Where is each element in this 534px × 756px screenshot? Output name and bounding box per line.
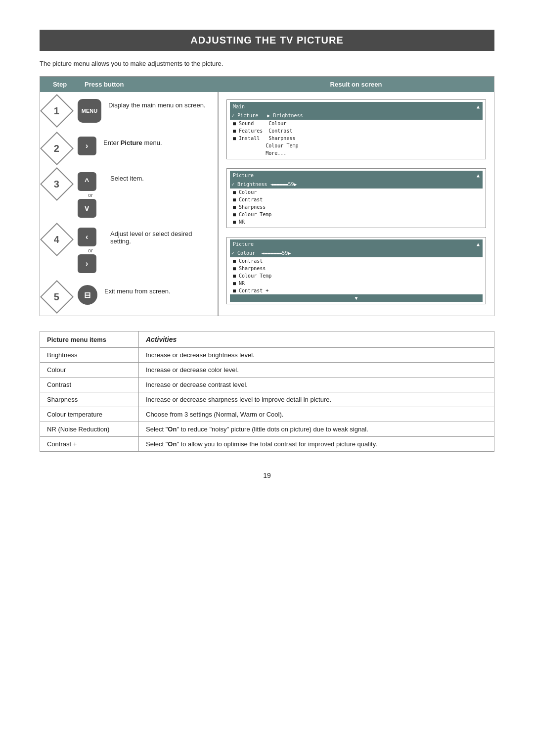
- left-steps: 1 MENU Display the main menu on screen. …: [40, 92, 218, 316]
- screen2-row-selected: ✓ Brightness ◄▬▬▬▬▬59▶: [230, 180, 483, 189]
- screen2-header: Picture▲: [230, 171, 483, 180]
- screen1-row-selected: ✓ Picture ▶ Brightness: [230, 111, 483, 120]
- step-3-num: 3: [54, 179, 59, 190]
- menu-button[interactable]: MENU: [78, 99, 101, 123]
- right-button[interactable]: ›: [78, 137, 96, 155]
- menu-item-contrast-plus: Contrast +: [40, 437, 139, 452]
- or-label-4: or: [88, 247, 93, 253]
- col-press-header: Press button: [80, 77, 218, 92]
- activity-sharpness: Increase or decrease sharpness level to …: [139, 392, 494, 407]
- step-row-2: 2 › Enter Picture menu.: [40, 130, 218, 167]
- table-row: Colour temperature Choose from 3 setting…: [40, 407, 494, 422]
- table-row: Colour Increase or decrease color level.: [40, 363, 494, 378]
- screen3-row2: ■ Contrast: [230, 257, 483, 265]
- col-result-header: Result on screen: [218, 77, 494, 92]
- menu-item-brightness: Brightness: [40, 348, 139, 363]
- right-button-2[interactable]: ›: [78, 254, 96, 273]
- step-4-buttons: ‹ or ›: [78, 228, 103, 273]
- menu-table: Picture menu items Activities Brightness…: [40, 331, 494, 452]
- right-result: Main▲ ✓ Picture ▶ Brightness ■ Sound Col…: [219, 92, 494, 316]
- or-label-3: or: [88, 192, 93, 198]
- screen2-row4: ■ Sharpness: [230, 203, 483, 211]
- screen1-header: Main▲: [230, 102, 483, 111]
- screen1-row3: ■ Features Contrast: [230, 127, 483, 135]
- step-5-diamond: 5: [40, 280, 74, 314]
- screen-mockup-2: Picture▲ ✓ Brightness ◄▬▬▬▬▬59▶ ■ Colour…: [226, 168, 486, 228]
- step-row-5: 5 ⊟ Exit menu from screen.: [40, 278, 218, 316]
- screen3-row5: ■ NR: [230, 280, 483, 287]
- screen3-header: Picture▲: [230, 239, 483, 249]
- activity-colour: Increase or decrease color level.: [139, 363, 494, 378]
- step-2-desc: Enter Picture menu.: [103, 137, 213, 146]
- page-title-bar: ADJUSTING THE TV PICTURE: [40, 30, 494, 51]
- screen1-row5: Colour Temp: [230, 142, 483, 149]
- step-row-3: 3 ^ or v Select item.: [40, 167, 218, 223]
- menu-item-colour-temp: Colour temperature: [40, 407, 139, 422]
- intro-text: The picture menu allows you to make adju…: [40, 60, 494, 67]
- up-button[interactable]: ^: [78, 172, 96, 191]
- steps-section: Step Press button Result on screen 1 MEN…: [40, 76, 494, 316]
- step-4-diamond: 4: [40, 223, 74, 256]
- screen2-row6: ■ NR: [230, 218, 483, 226]
- step-3-diamond: 3: [40, 167, 74, 201]
- screen3-footer: ▼: [230, 294, 483, 302]
- table-row: Sharpness Increase or decrease sharpness…: [40, 392, 494, 407]
- menu-table-header-activities: Activities: [139, 331, 494, 348]
- screen3-row-selected: ✓ Colour ◄▬▬▬▬▬▬59▶: [230, 249, 483, 257]
- screen1-row2: ■ Sound Colour: [230, 120, 483, 127]
- left-button[interactable]: ‹: [78, 228, 96, 246]
- step-1-diamond: 1: [40, 94, 74, 128]
- screen3-row6: ■ Contrast +: [230, 287, 483, 294]
- activity-nr: Select "On" to reduce "noisy" picture (l…: [139, 422, 494, 437]
- step-2-num: 2: [54, 143, 59, 154]
- menu-table-header-items: Picture menu items: [40, 331, 139, 348]
- screen1-row4: ■ Install Sharpness: [230, 135, 483, 142]
- step-5-num: 5: [54, 291, 59, 303]
- table-row: Contrast Increase or decrease contrast l…: [40, 378, 494, 392]
- menu-item-contrast: Contrast: [40, 378, 139, 392]
- exit-button[interactable]: ⊟: [78, 285, 97, 305]
- page-title: ADJUSTING THE TV PICTURE: [190, 35, 344, 46]
- screen-mockup-3: Picture▲ ✓ Colour ◄▬▬▬▬▬▬59▶ ■ Contrast …: [226, 237, 486, 304]
- down-button[interactable]: v: [78, 199, 96, 218]
- steps-header: Step Press button Result on screen: [40, 77, 494, 92]
- activity-contrast-plus: Select "On" to allow you to optimise the…: [139, 437, 494, 452]
- menu-item-sharpness: Sharpness: [40, 392, 139, 407]
- step-3-desc: Select item.: [110, 172, 213, 182]
- step-4-num: 4: [54, 234, 59, 245]
- step-row-4: 4 ‹ or › Adjust level or select desired …: [40, 223, 218, 278]
- step-3-buttons: ^ or v: [78, 172, 103, 218]
- screen3-row3: ■ Sharpness: [230, 265, 483, 272]
- step-5-desc: Exit menu from screen.: [104, 285, 213, 295]
- step-row-1: 1 MENU Display the main menu on screen.: [40, 92, 218, 130]
- activity-brightness: Increase or decrease brightness level.: [139, 348, 494, 363]
- screen2-row5: ■ Colour Temp: [230, 211, 483, 218]
- table-row: Brightness Increase or decrease brightne…: [40, 348, 494, 363]
- table-row: Contrast + Select "On" to allow you to o…: [40, 437, 494, 452]
- page-number: 19: [40, 472, 494, 479]
- steps-body: 1 MENU Display the main menu on screen. …: [40, 92, 494, 316]
- title-text: ADJUSTING THE TV PICTURE: [190, 35, 344, 46]
- screen1-row6: More...: [230, 149, 483, 157]
- menu-item-colour: Colour: [40, 363, 139, 378]
- step-1-desc: Display the main menu on screen.: [108, 99, 213, 109]
- activity-contrast: Increase or decrease contrast level.: [139, 378, 494, 392]
- step-4-desc: Adjust level or select desired setting.: [110, 228, 213, 245]
- table-row: NR (Noise Reduction) Select "On" to redu…: [40, 422, 494, 437]
- screen2-row2: ■ Colour: [230, 189, 483, 196]
- step-1-num: 1: [54, 105, 59, 117]
- activity-colour-temp: Choose from 3 settings (Normal, Warm or …: [139, 407, 494, 422]
- screen3-row4: ■ Colour Temp: [230, 272, 483, 280]
- col-step-header: Step: [40, 77, 80, 92]
- screen2-row3: ■ Contrast: [230, 196, 483, 203]
- menu-item-nr: NR (Noise Reduction): [40, 422, 139, 437]
- screen-mockup-1: Main▲ ✓ Picture ▶ Brightness ■ Sound Col…: [226, 99, 486, 159]
- step-2-diamond: 2: [40, 132, 74, 165]
